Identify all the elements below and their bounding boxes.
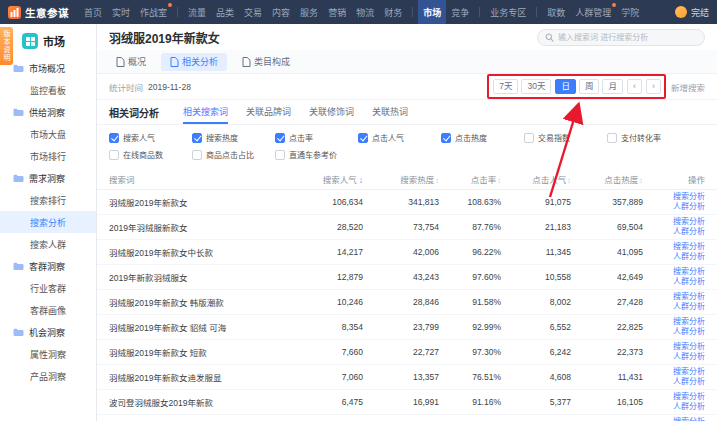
action-link[interactable]: 搜索分析 (657, 192, 705, 202)
version-tag[interactable]: 版本说明 (0, 27, 13, 65)
action-link[interactable]: 搜索分析 (657, 392, 705, 402)
nav-item[interactable]: 人群管理 (570, 0, 616, 24)
action-link[interactable]: 人群分析 (657, 227, 705, 237)
logo[interactable]: 生意参谋 (8, 5, 69, 20)
sidebar-item[interactable]: 市场大盘 (0, 123, 96, 145)
nav-item[interactable]: 业务专区 (485, 0, 531, 24)
nav-item[interactable]: 取数 (542, 0, 570, 24)
column-header[interactable]: 操作 (653, 169, 717, 190)
sidebar-item[interactable]: 需求洞察 (0, 167, 96, 189)
nav-item[interactable]: 物流 (351, 0, 379, 24)
sidebar-module-header[interactable]: 市场 (0, 31, 96, 57)
nav-item[interactable]: 交易 (239, 0, 267, 24)
column-header[interactable]: 点击率↕ (449, 169, 511, 190)
nav-item[interactable]: 营销 (323, 0, 351, 24)
extra-search-link[interactable]: 新增搜索 (671, 81, 705, 93)
metric-checkbox[interactable]: 在线商品数 (109, 149, 192, 160)
granularity-button[interactable]: 日 (555, 79, 576, 94)
sidebar-item[interactable]: 客群画像 (0, 299, 96, 321)
subtab-item[interactable]: 关联修饰词 (309, 100, 354, 124)
next-date-button[interactable]: › (646, 79, 661, 94)
quick-range-button[interactable]: 30天 (521, 79, 551, 94)
sort-desc-icon[interactable]: ↓ (359, 175, 363, 185)
tab-item[interactable]: 相关分析 (161, 53, 227, 71)
prev-date-button[interactable]: ‹ (627, 79, 642, 94)
tab-item[interactable]: 类目构成 (233, 53, 299, 71)
sidebar-item[interactable]: 行业客群 (0, 277, 96, 299)
sidebar-item[interactable]: 搜索排行 (0, 189, 96, 211)
sidebar-item[interactable]: 客群洞察 (0, 255, 96, 277)
sidebar-item[interactable]: 市场排行 (0, 145, 96, 167)
metric-checkbox[interactable]: 点击热度 (441, 132, 524, 143)
action-link[interactable]: 搜索分析 (657, 217, 705, 227)
sort-icon[interactable]: ↕ (497, 176, 501, 185)
sidebar-item[interactable]: 机会洞察 (0, 321, 96, 343)
action-link[interactable]: 人群分析 (657, 277, 705, 287)
column-header[interactable]: 点击人气↕ (511, 169, 581, 190)
sidebar-item[interactable]: 供给洞察 (0, 101, 96, 123)
action-link[interactable]: 人群分析 (657, 402, 705, 412)
action-link[interactable]: 搜索分析 (657, 292, 705, 302)
action-link[interactable]: 人群分析 (657, 352, 705, 362)
action-link[interactable]: 搜索分析 (657, 417, 705, 421)
granularity-button[interactable]: 周 (579, 79, 600, 94)
action-link[interactable]: 搜索分析 (657, 317, 705, 327)
checkbox-icon[interactable] (275, 133, 285, 143)
sidebar-item[interactable]: 监控看板 (0, 79, 96, 101)
sidebar-item[interactable]: 市场概况 (0, 57, 96, 79)
action-link[interactable]: 人群分析 (657, 252, 705, 262)
user-account[interactable]: 完结 (669, 6, 709, 19)
nav-item[interactable]: 财务 (379, 0, 407, 24)
nav-item[interactable]: 学院 (616, 0, 644, 24)
nav-item[interactable]: 流量 (183, 0, 211, 24)
sidebar-item[interactable]: 属性洞察 (0, 343, 96, 365)
checkbox-icon[interactable] (109, 150, 119, 160)
metric-checkbox[interactable]: 商品点击占比 (192, 149, 275, 160)
subtab-item[interactable]: 相关搜索词 (183, 100, 228, 124)
search-input[interactable] (558, 33, 697, 42)
nav-item[interactable]: 服务 (295, 0, 323, 24)
action-link[interactable]: 搜索分析 (657, 342, 705, 352)
checkbox-icon[interactable] (358, 133, 368, 143)
sort-icon[interactable]: ↕ (567, 176, 571, 185)
checkbox-icon[interactable] (109, 133, 119, 143)
tab-item[interactable]: 概况 (107, 53, 155, 71)
sidebar-item[interactable]: 搜索人群 (0, 233, 96, 255)
subtab-item[interactable]: 关联品牌词 (246, 100, 291, 124)
checkbox-icon[interactable] (192, 150, 202, 160)
action-link[interactable]: 搜索分析 (657, 242, 705, 252)
metric-checkbox[interactable]: 直通车参考价 (275, 149, 358, 160)
column-header[interactable]: 点击热度↕ (581, 169, 653, 190)
action-link[interactable]: 人群分析 (657, 202, 705, 212)
nav-item[interactable]: 实时 (107, 0, 135, 24)
nav-item[interactable]: 市场 (418, 0, 446, 24)
checkbox-icon[interactable] (441, 133, 451, 143)
granularity-button[interactable]: 月 (602, 79, 623, 94)
nav-item[interactable]: 内容 (267, 0, 295, 24)
nav-item[interactable]: 竞争 (446, 0, 474, 24)
nav-item[interactable]: 品类 (211, 0, 239, 24)
sort-icon[interactable]: ↕ (435, 176, 439, 185)
nav-item[interactable]: 首页 (79, 0, 107, 24)
metric-checkbox[interactable]: 支付转化率 (607, 132, 690, 143)
action-link[interactable]: 人群分析 (657, 327, 705, 337)
metric-checkbox[interactable]: 点击人气 (358, 132, 441, 143)
nav-item[interactable]: 作战室 (135, 0, 172, 24)
action-link[interactable]: 搜索分析 (657, 267, 705, 277)
action-link[interactable]: 搜索分析 (657, 367, 705, 377)
metric-checkbox[interactable]: 搜索热度 (192, 132, 275, 143)
checkbox-icon[interactable] (275, 150, 285, 160)
column-header[interactable]: 搜索人气↓ (297, 169, 373, 190)
metric-checkbox[interactable]: 点击率 (275, 132, 358, 143)
action-link[interactable]: 人群分析 (657, 302, 705, 312)
sidebar-item[interactable]: 搜索分析 (0, 211, 96, 233)
sidebar-item[interactable]: 产品洞察 (0, 365, 96, 387)
metric-checkbox[interactable]: 搜索人气 (109, 132, 192, 143)
search-box[interactable] (537, 29, 705, 46)
checkbox-icon[interactable] (524, 133, 534, 143)
subtab-item[interactable]: 关联热词 (372, 100, 408, 124)
column-header[interactable]: 搜索词 (97, 169, 297, 190)
checkbox-icon[interactable] (192, 133, 202, 143)
action-link[interactable]: 人群分析 (657, 377, 705, 387)
quick-range-button[interactable]: 7天 (493, 79, 518, 94)
